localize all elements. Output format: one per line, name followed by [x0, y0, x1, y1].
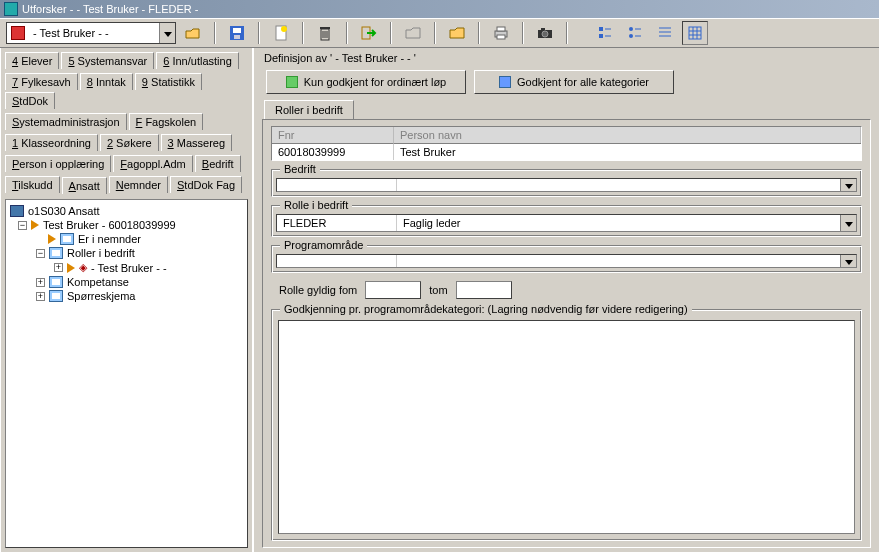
left-tabs: 4 Elever5 Systemansvar6 Inn/utlasting7 F… — [1, 48, 252, 197]
exit-button[interactable] — [356, 21, 382, 45]
separator — [478, 22, 480, 44]
svg-rect-2 — [234, 35, 240, 39]
left-tab[interactable]: F Fagskolen — [129, 113, 204, 130]
left-tab[interactable]: Nemnder — [109, 176, 168, 193]
arrow-icon — [48, 234, 56, 244]
tree-item[interactable]: + Kompetanse — [10, 275, 243, 289]
tom-label: tom — [429, 284, 447, 296]
tom-input[interactable] — [456, 281, 512, 299]
tree-label: Er i nemnder — [78, 233, 141, 245]
folder2-button[interactable] — [444, 21, 470, 45]
prog-combo[interactable] — [276, 254, 857, 268]
view3-button[interactable] — [652, 21, 678, 45]
approve-ordinary-button[interactable]: Kun godkjent for ordinært løp — [266, 70, 466, 94]
tree-item-child[interactable]: + ◈ - Test Bruker - - — [10, 260, 243, 275]
collapse-icon[interactable]: − — [36, 249, 45, 258]
approval-list[interactable] — [278, 320, 855, 534]
svg-rect-18 — [599, 34, 603, 38]
left-tab[interactable]: 9 Statistikk — [135, 73, 202, 90]
tree-item[interactable]: Er i nemnder — [10, 232, 243, 246]
fnr-header: Fnr — [272, 127, 394, 143]
left-tab[interactable]: 5 Systemansvar — [61, 52, 154, 69]
tree-label: Kompetanse — [67, 276, 129, 288]
separator — [522, 22, 524, 44]
svg-point-15 — [542, 31, 548, 37]
tab-roller-i-bedrift[interactable]: Roller i bedrift — [264, 100, 354, 119]
left-tab[interactable]: 3 Massereg — [161, 134, 232, 151]
svg-rect-13 — [497, 35, 505, 39]
left-tab[interactable]: Tilskudd — [5, 176, 60, 193]
left-tab[interactable]: Bedrift — [195, 155, 241, 172]
person-value: Test Bruker — [394, 143, 861, 160]
tree[interactable]: o1S030 Ansatt − Test Bruker - 6001803999… — [5, 199, 248, 548]
svg-rect-17 — [599, 27, 603, 31]
left-tab[interactable]: 7 Fylkesavh — [5, 73, 78, 90]
context-combo-text: - Test Bruker - - — [29, 27, 159, 39]
left-tab[interactable]: 1 Klasseordning — [5, 134, 98, 151]
left-pane: 4 Elever5 Systemansvar6 Inn/utlasting7 F… — [0, 48, 254, 552]
svg-point-21 — [629, 27, 633, 31]
button-label: Kun godkjent for ordinært løp — [304, 76, 446, 88]
left-tab[interactable]: 6 Inn/utlasting — [156, 52, 239, 69]
bedrift-combo[interactable] — [276, 178, 857, 192]
left-tab[interactable]: StdDok — [5, 92, 55, 109]
chevron-down-icon[interactable] — [840, 255, 856, 267]
view4-button[interactable] — [682, 21, 708, 45]
form-panel: Fnr Person navn 60018039999 Test Bruker … — [262, 119, 871, 548]
definition-label: Definisjon av ' - Test Bruker - - ' — [258, 48, 875, 68]
validity-row: Rolle gyldig fom tom — [271, 277, 862, 303]
tree-label: o1S030 Ansatt — [28, 205, 100, 217]
chevron-down-icon[interactable] — [840, 215, 856, 231]
context-combo[interactable]: - Test Bruker - - — [6, 22, 176, 44]
grid-icon — [10, 205, 24, 217]
collapse-icon[interactable]: − — [18, 221, 27, 230]
tree-item[interactable]: − Roller i bedrift — [10, 246, 243, 260]
bedrift-code — [277, 179, 397, 191]
camera-button[interactable] — [532, 21, 558, 45]
left-tab[interactable]: 8 Inntak — [80, 73, 133, 90]
right-pane: Definisjon av ' - Test Bruker - - ' Kun … — [254, 48, 879, 552]
expand-icon[interactable]: + — [36, 292, 45, 301]
delete-button[interactable] — [312, 21, 338, 45]
print-button[interactable] — [488, 21, 514, 45]
prog-name — [397, 255, 840, 267]
left-tab[interactable]: Systemadministrasjon — [5, 113, 127, 130]
table-icon — [49, 247, 63, 259]
fnr-value: 60018039999 — [272, 143, 394, 160]
rolle-combo[interactable]: FLEDER Faglig leder — [276, 214, 857, 232]
separator — [434, 22, 436, 44]
approve-icon — [286, 76, 298, 88]
rolle-legend: Rolle i bedrift — [280, 199, 352, 211]
left-tab[interactable]: 2 Søkere — [100, 134, 159, 151]
left-tab[interactable]: StdDok Fag — [170, 176, 242, 193]
tree-item[interactable]: + Spørreskjema — [10, 289, 243, 303]
separator — [302, 22, 304, 44]
left-tab[interactable]: 4 Elever — [5, 52, 59, 69]
approve-all-button[interactable]: Godkjent for alle kategorier — [474, 70, 674, 94]
open-folder-button[interactable] — [180, 21, 206, 45]
svg-rect-12 — [497, 27, 505, 31]
prog-code — [277, 255, 397, 267]
button-label: Godkjent for alle kategorier — [517, 76, 649, 88]
left-tab[interactable]: Person i opplæring — [5, 155, 111, 172]
red-square-icon — [11, 26, 25, 40]
chevron-down-icon[interactable] — [840, 179, 856, 191]
expand-icon[interactable]: + — [54, 263, 63, 272]
person-header: Person navn — [394, 127, 861, 143]
chevron-down-icon[interactable] — [159, 23, 175, 43]
left-tab[interactable]: Ansatt — [62, 177, 107, 194]
tree-person[interactable]: − Test Bruker - 60018039999 — [10, 218, 243, 232]
new-doc-button[interactable] — [268, 21, 294, 45]
rolle-name: Faglig leder — [397, 215, 840, 231]
save-button[interactable] — [224, 21, 250, 45]
arrow-icon — [67, 263, 75, 273]
view2-button[interactable] — [622, 21, 648, 45]
bedrift-fieldset: Bedrift — [271, 169, 862, 197]
left-tab[interactable]: Fagoppl.Adm — [113, 155, 192, 172]
view1-button[interactable] — [592, 21, 618, 45]
fom-input[interactable] — [365, 281, 421, 299]
folder-button[interactable] — [400, 21, 426, 45]
expand-icon[interactable]: + — [36, 278, 45, 287]
diamond-icon: ◈ — [79, 261, 87, 274]
tree-root[interactable]: o1S030 Ansatt — [10, 204, 243, 218]
